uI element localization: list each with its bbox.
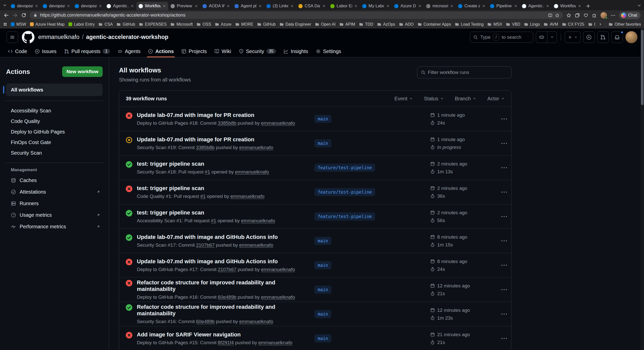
commit-link[interactable]: #1 — [200, 194, 206, 199]
browser-tab[interactable]: Agentic Acce... — [104, 2, 136, 10]
commit-link[interactable]: 2107b67 — [218, 267, 236, 272]
browser-tab[interactable]: Pipelines - B... — [488, 2, 520, 10]
tab-close-icon[interactable] — [194, 4, 198, 8]
bookmark-item[interactable]: MSX — [487, 22, 502, 27]
actor-link[interactable]: emmanuelknafo — [261, 294, 295, 300]
browser-tab[interactable]: Workflow ru... — [552, 2, 584, 10]
tab-actions[interactable]: Actions — [144, 46, 177, 57]
copilot-menu-button[interactable] — [547, 32, 557, 43]
run-menu-button[interactable] — [493, 216, 505, 217]
browser-tab[interactable]: Agent plug-i... — [232, 2, 264, 10]
branch-label[interactable]: main — [314, 286, 331, 294]
sidebar-item-performance-metrics[interactable]: Performance metrics — [6, 221, 103, 232]
actor-link[interactable]: emmanuelknafo — [241, 218, 275, 223]
bookmark-item[interactable]: Labor Entry — [68, 22, 95, 27]
tab-menu-icon[interactable] — [637, 3, 641, 8]
plus-button[interactable] — [565, 32, 580, 43]
bookmark-item[interactable]: MORE — [235, 22, 253, 27]
tab-settings[interactable]: Settings — [312, 46, 345, 57]
runs-filter-dropdown[interactable]: Actor — [487, 96, 505, 102]
page-scrollbar[interactable] — [640, 29, 644, 350]
tab-close-icon[interactable] — [450, 4, 454, 8]
run-menu-button[interactable] — [493, 240, 505, 241]
other-favorites[interactable]: Other favorites — [609, 22, 641, 27]
run-title-link[interactable]: Update lab-07.md with image for PR creat… — [137, 112, 296, 118]
tab-close-icon[interactable] — [546, 4, 549, 8]
split-screen-icon[interactable] — [548, 13, 552, 18]
branch-label[interactable]: main — [314, 139, 331, 147]
branch-label[interactable]: feature/test-pipeline — [314, 164, 375, 172]
bookmark-item[interactable]: VBD — [506, 22, 520, 27]
tab-close-icon[interactable] — [418, 4, 422, 8]
tab-pull-requests[interactable]: Pull requests 1 — [60, 46, 114, 57]
browser-menu-icon[interactable] — [611, 13, 616, 18]
browser-tab[interactable]: (3) LinkedIn — [264, 2, 296, 10]
actor-link[interactable]: emmanuelknafo — [261, 120, 295, 126]
bookmark-item[interactable]: GitHub — [257, 22, 276, 27]
bookmark-item[interactable]: GitHub — [116, 22, 135, 27]
browser-tab[interactable]: Preview lab-... — [168, 2, 200, 10]
browser-tab[interactable]: Agentic AI w... — [520, 2, 552, 10]
browser-tab[interactable]: Workflow run... — [136, 2, 168, 10]
run-title-link[interactable]: Refactor code structure for improved rea… — [137, 304, 314, 317]
tab-wiki[interactable]: Wiki — [211, 46, 235, 57]
actor-link[interactable]: emmanuelknafo — [230, 194, 264, 199]
tab-close-icon[interactable] — [514, 4, 517, 8]
bookmarks-overflow-icon[interactable] — [598, 22, 602, 26]
bookmark-item[interactable]: TDD — [359, 22, 373, 27]
sidebar-workflow-item[interactable]: Code Quality — [6, 116, 103, 126]
runs-filter-dropdown[interactable]: Branch — [455, 96, 476, 102]
refresh-button[interactable] — [21, 13, 26, 18]
tab-close-icon[interactable] — [35, 4, 38, 8]
browser-tab[interactable]: devopsabcs — [41, 2, 72, 10]
bookmark-item[interactable]: AVM — [544, 22, 558, 27]
bookmark-item[interactable]: ADO — [399, 22, 414, 27]
tab-close-icon[interactable] — [578, 4, 581, 8]
branch-label[interactable]: feature/test-pipeline — [314, 212, 375, 221]
browser-tab[interactable]: AODA WCA... — [200, 2, 232, 10]
tab-search-icon[interactable] — [3, 0, 7, 10]
sidebar-workflow-item[interactable]: Accessibility Scan — [6, 105, 103, 116]
tab-projects[interactable]: Projects — [178, 46, 211, 57]
copilot-chat-button[interactable]: Chat — [619, 12, 640, 19]
address-bar[interactable]: https://github.com/emmanuelknafo/agentic… — [30, 12, 563, 19]
bookmark-item[interactable]: CX FY26 — [588, 22, 596, 27]
sidebar-item-usage-metrics[interactable]: Usage metrics — [6, 209, 103, 221]
run-menu-button[interactable] — [493, 289, 505, 290]
tab-close-icon[interactable] — [163, 4, 166, 8]
global-search-input[interactable]: Type / to search — [470, 32, 533, 43]
run-menu-button[interactable] — [493, 143, 505, 144]
sidebar-workflow-item[interactable]: FinOps Cost Gate — [6, 137, 103, 148]
run-title-link[interactable]: test: trigger pipeline scan — [137, 209, 276, 216]
new-workflow-button[interactable]: New workflow — [62, 66, 103, 77]
browser-tab[interactable]: My Labor - C... — [360, 2, 392, 10]
commit-link[interactable]: 60e489b — [218, 294, 236, 300]
collections-icon[interactable] — [575, 13, 580, 18]
run-title-link[interactable]: test: trigger pipeline scan — [137, 161, 270, 167]
sidebar-workflow-item[interactable]: Deploy to GitHub Pages — [6, 126, 103, 137]
actor-link[interactable]: emmanuelknafo — [235, 169, 269, 174]
bookmark-item[interactable]: CX FY25 — [562, 22, 584, 27]
back-button[interactable] — [4, 13, 9, 18]
scrollbar-thumb[interactable] — [641, 30, 643, 105]
bookmark-item[interactable]: Container Apps — [418, 22, 451, 27]
tab-security[interactable]: Security 35 — [235, 46, 280, 57]
browser-essentials-icon[interactable] — [583, 13, 588, 18]
breadcrumb-repo[interactable]: agentic-accelerator-workshop — [86, 34, 168, 40]
tab-close-icon[interactable] — [99, 4, 102, 8]
bookmark-item[interactable]: AzOps — [377, 22, 395, 27]
sidebar-item-runners[interactable]: Runners — [6, 198, 103, 209]
tab-insights[interactable]: Insights — [280, 46, 312, 57]
sidebar-item-all-workflows[interactable]: All workflows — [6, 83, 103, 96]
runs-filter-dropdown[interactable]: Event — [394, 96, 413, 102]
inbox-button[interactable] — [611, 31, 623, 43]
user-avatar[interactable] — [625, 31, 637, 43]
commit-link[interactable]: 3385b8b — [196, 145, 215, 150]
actor-link[interactable]: emmanuelknafo — [258, 340, 292, 345]
extensions-icon[interactable] — [592, 13, 597, 18]
sidebar-item-caches[interactable]: Caches — [6, 174, 103, 186]
tab-close-icon[interactable] — [386, 4, 390, 8]
run-title-link[interactable]: Update lab-07.md with image and GitHub A… — [137, 258, 296, 265]
actor-link[interactable]: emmanuelknafo — [239, 145, 273, 150]
browser-tab[interactable]: microsoft.se... — [424, 2, 456, 10]
